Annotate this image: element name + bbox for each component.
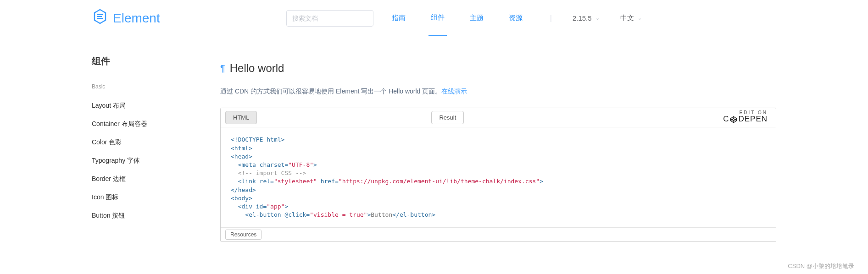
sidebar-item-button[interactable]: Button 按钮 bbox=[92, 207, 211, 225]
section-heading: ¶ Hello world bbox=[220, 62, 776, 75]
edit-on-codepen[interactable]: EDIT ON CDEPEN bbox=[723, 110, 768, 124]
element-logo-icon bbox=[92, 8, 113, 28]
demo-link[interactable]: 在线演示 bbox=[441, 88, 467, 95]
main-nav: 指南 组件 主题 资源 | bbox=[389, 0, 552, 36]
sidebar: 组件 Basic Layout 布局 Container 布局容器 Color … bbox=[92, 37, 211, 242]
language-label: 中文 bbox=[620, 14, 634, 22]
nav-resources[interactable]: 资源 bbox=[506, 14, 525, 35]
chevron-down-icon: ⌄ bbox=[638, 15, 642, 21]
codepen-brand: CDEPEN bbox=[723, 115, 768, 124]
codepen-embed: HTML Result EDIT ON CDEPEN <!DOCTYPE htm… bbox=[220, 108, 776, 242]
tab-result[interactable]: Result bbox=[431, 111, 464, 124]
description-text: 通过 CDN 的方式我们可以很容易地使用 Element 写出一个 Hello … bbox=[220, 88, 441, 95]
header: Element 指南 组件 主题 资源 | 2.15.5 ⌄ 中文 ⌄ bbox=[0, 0, 868, 37]
nav-components[interactable]: 组件 bbox=[428, 13, 447, 36]
code-area[interactable]: <!DOCTYPE html> <html> <head> <meta char… bbox=[221, 127, 776, 227]
logo[interactable]: Element bbox=[92, 8, 160, 28]
main-content: ¶ Hello world 通过 CDN 的方式我们可以很容易地使用 Eleme… bbox=[211, 37, 776, 242]
sidebar-item-icon[interactable]: Icon 图标 bbox=[92, 188, 211, 207]
codepen-footer: Resources bbox=[221, 227, 776, 241]
sidebar-item-border[interactable]: Border 边框 bbox=[92, 170, 211, 188]
sidebar-title: 组件 bbox=[92, 55, 211, 67]
sidebar-item-container[interactable]: Container 布局容器 bbox=[92, 115, 211, 133]
codepen-tabs: HTML Result EDIT ON CDEPEN bbox=[221, 108, 776, 127]
sidebar-item-typography[interactable]: Typography 字体 bbox=[92, 152, 211, 170]
brand-depen: DEPEN bbox=[738, 115, 768, 124]
sidebar-items: Layout 布局 Container 布局容器 Color 色彩 Typogr… bbox=[92, 97, 211, 225]
search-input[interactable] bbox=[286, 10, 373, 27]
sidebar-item-color[interactable]: Color 色彩 bbox=[92, 133, 211, 152]
language-select[interactable]: 中文 ⌄ bbox=[620, 14, 642, 22]
pilcrow-icon[interactable]: ¶ bbox=[220, 63, 225, 74]
brand-c: C bbox=[723, 115, 729, 124]
heading-text: Hello world bbox=[230, 62, 284, 75]
sidebar-group-label: Basic bbox=[92, 83, 211, 90]
section-description: 通过 CDN 的方式我们可以很容易地使用 Element 写出一个 Hello … bbox=[220, 86, 776, 96]
nav-separator: | bbox=[550, 14, 552, 22]
version-label: 2.15.5 bbox=[573, 14, 592, 22]
codepen-cube-icon bbox=[730, 116, 737, 123]
sidebar-item-layout[interactable]: Layout 布局 bbox=[92, 97, 211, 115]
chevron-down-icon: ⌄ bbox=[595, 15, 600, 21]
version-select[interactable]: 2.15.5 ⌄ bbox=[573, 14, 600, 22]
main-container: 组件 Basic Layout 布局 Container 布局容器 Color … bbox=[0, 37, 868, 242]
nav-theme[interactable]: 主题 bbox=[467, 14, 486, 35]
tab-html[interactable]: HTML bbox=[225, 111, 257, 124]
resources-button[interactable]: Resources bbox=[225, 230, 262, 240]
watermark: CSDN @小黎的培培笔录 bbox=[788, 262, 854, 270]
brand-name: Element bbox=[113, 11, 160, 26]
nav-guide[interactable]: 指南 bbox=[389, 14, 408, 35]
